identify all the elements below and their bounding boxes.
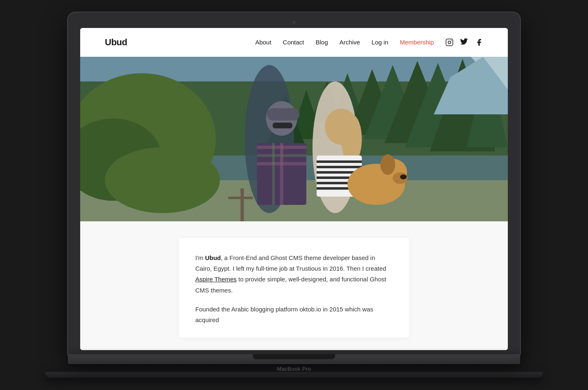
nav-archive[interactable]: Archive <box>340 39 360 46</box>
instagram-icon[interactable] <box>445 38 454 46</box>
laptop-base <box>68 354 520 364</box>
svg-point-45 <box>400 174 407 179</box>
site-logo[interactable]: Ubud <box>105 37 127 48</box>
camera-dot <box>292 21 296 24</box>
svg-point-2 <box>451 40 452 41</box>
about-card: I'm Ubud, a Front-End and Ghost CMS them… <box>179 238 409 338</box>
screen-content: Ubud About Contact Blog Archive Log in M… <box>80 28 508 351</box>
svg-rect-47 <box>241 188 244 221</box>
laptop-notch <box>253 354 335 359</box>
macbook-label: MacBook Pro <box>277 366 311 372</box>
second-paragraph: Founded the Arabic blogging platform okt… <box>195 304 393 326</box>
svg-rect-24 <box>267 108 299 121</box>
author-name-bold: Ubud <box>205 254 221 261</box>
svg-rect-25 <box>273 123 292 128</box>
site-header: Ubud About Contact Blog Archive Log in M… <box>80 28 508 57</box>
svg-rect-48 <box>228 197 253 199</box>
svg-point-46 <box>380 154 395 175</box>
screen-bezel: Ubud About Contact Blog Archive Log in M… <box>68 12 520 355</box>
twitter-icon[interactable] <box>460 38 468 46</box>
facebook-icon[interactable] <box>475 38 483 46</box>
intro-text-2: , a Front-End and Ghost CMS theme develo… <box>195 254 386 272</box>
svg-point-1 <box>448 41 451 44</box>
hero-photo <box>80 57 508 221</box>
svg-rect-0 <box>446 39 453 46</box>
laptop-foot <box>45 372 543 378</box>
hero-image <box>80 57 508 221</box>
nav-contact[interactable]: Contact <box>283 39 304 46</box>
laptop-mockup: Ubud About Contact Blog Archive Log in M… <box>68 12 520 378</box>
nav-about[interactable]: About <box>255 39 271 46</box>
social-icons <box>445 38 483 46</box>
svg-point-19 <box>105 147 220 213</box>
nav-login[interactable]: Log in <box>372 39 389 46</box>
nav-blog[interactable]: Blog <box>316 39 328 46</box>
intro-paragraph: I'm Ubud, a Front-End and Ghost CMS them… <box>195 253 393 296</box>
site-nav: About Contact Blog Archive Log in Member… <box>255 38 483 46</box>
nav-membership[interactable]: Membership <box>400 39 434 46</box>
content-area: I'm Ubud, a Front-End and Ghost CMS them… <box>80 221 508 351</box>
aspire-themes-link[interactable]: Aspire Themes <box>195 276 237 283</box>
